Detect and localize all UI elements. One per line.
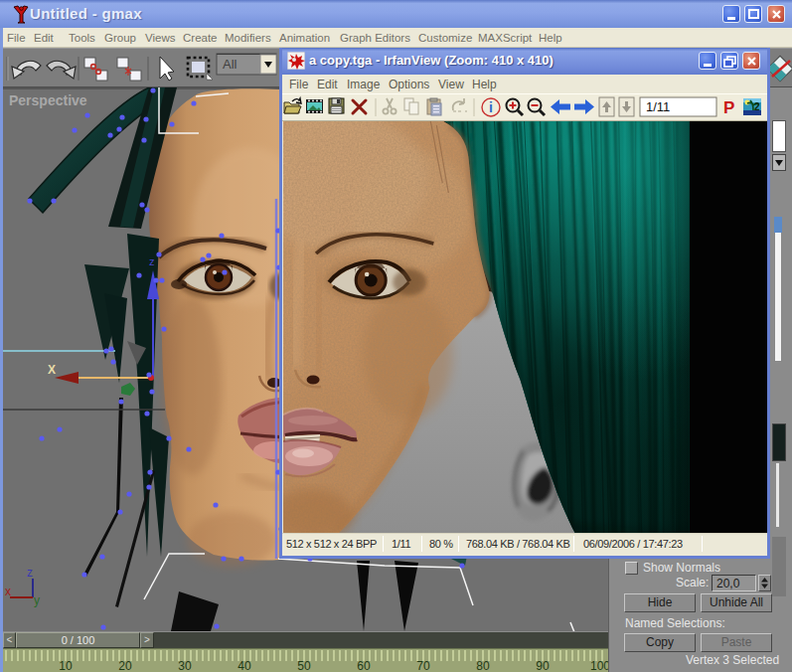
svg-text:70: 70 [416,659,430,672]
svg-text:Perspective: Perspective [9,92,87,108]
svg-text:1/11: 1/11 [646,99,670,114]
svg-text:z: z [27,566,33,580]
svg-text:20: 20 [118,659,132,672]
svg-text:100: 100 [590,659,608,672]
svg-text:30: 30 [178,659,192,672]
svg-text:All: All [223,57,238,72]
svg-text:2: 2 [754,101,760,112]
svg-text:z: z [149,255,155,267]
svg-text:80: 80 [476,659,490,672]
svg-text:X: X [48,363,56,377]
svg-text:y: y [34,593,40,607]
svg-text:90: 90 [536,659,550,672]
svg-text:60: 60 [357,659,371,672]
svg-text:40: 40 [238,659,251,672]
svg-text:50: 50 [297,659,311,672]
svg-text:x: x [5,585,11,598]
svg-text:P: P [723,98,734,117]
svg-text:i: i [489,99,493,115]
svg-text:10: 10 [59,659,73,672]
